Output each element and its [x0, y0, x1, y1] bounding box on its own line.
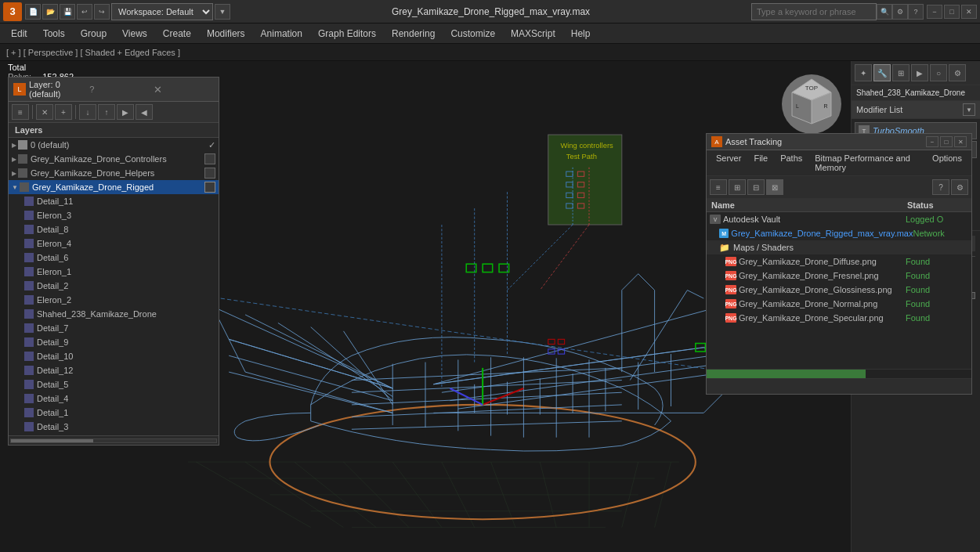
- layer-item-rigged[interactable]: ▼ Grey_Kamikaze_Drone_Rigged: [9, 180, 219, 194]
- at-row-normal[interactable]: PNG Grey_Kamikaze_Drone_Normal.png Found: [707, 297, 971, 311]
- layer-item-detail5[interactable]: Detail_5: [9, 377, 219, 391]
- close-btn[interactable]: ✕: [961, 5, 977, 19]
- modifier-list-dropdown-btn[interactable]: ▼: [963, 103, 975, 116]
- layer-add-to-layer-btn[interactable]: ◀: [136, 104, 153, 120]
- menu-group[interactable]: Group: [73, 26, 114, 41]
- new-file-btn[interactable]: 📄: [25, 4, 41, 20]
- layer-name-detail3: Detail_3: [37, 422, 215, 431]
- layer-item-default[interactable]: ▶ 0 (default) ✓: [9, 138, 219, 152]
- search-options-btn[interactable]: ⚙: [892, 4, 908, 20]
- menu-maxscript[interactable]: MAXScript: [503, 26, 563, 41]
- menu-customize[interactable]: Customize: [443, 26, 503, 41]
- layers-scrollbar-track[interactable]: [10, 438, 217, 443]
- layer-checkbox-controllers[interactable]: [204, 153, 215, 164]
- menu-tools[interactable]: Tools: [35, 26, 73, 41]
- at-row-specular[interactable]: PNG Grey_Kamikaze_Drone_Specular.png Fou…: [707, 311, 971, 325]
- layer-checkbox-helpers[interactable]: [204, 168, 215, 179]
- layer-item-detail1[interactable]: Detail_1: [9, 406, 219, 420]
- modify-mode-btn[interactable]: 🔧: [873, 64, 891, 81]
- layer-move-up-btn[interactable]: ↑: [98, 104, 115, 120]
- layer-delete-btn[interactable]: ✕: [36, 104, 53, 120]
- menu-create[interactable]: Create: [155, 26, 199, 41]
- menu-graph-editors[interactable]: Graph Editors: [310, 26, 384, 41]
- open-file-btn[interactable]: 📂: [42, 4, 58, 20]
- at-menu-file[interactable]: File: [747, 152, 774, 174]
- workspace-dropdown-btn[interactable]: ▼: [215, 4, 230, 20]
- utilities-mode-btn[interactable]: ⚙: [949, 64, 966, 81]
- layer-panel-close-btn[interactable]: ✕: [154, 84, 214, 96]
- menu-modifiers[interactable]: Modifiers: [199, 26, 253, 41]
- layer-item-helpers[interactable]: ▶ Grey_Kamikaze_Drone_Helpers: [9, 166, 219, 180]
- create-mode-btn[interactable]: ✦: [855, 64, 872, 81]
- help-btn[interactable]: ?: [908, 4, 924, 20]
- at-menu-server[interactable]: Server: [710, 152, 747, 174]
- layer-item-controllers[interactable]: ▶ Grey_Kamikaze_Drone_Controllers: [9, 152, 219, 166]
- at-close-btn[interactable]: ✕: [954, 136, 967, 147]
- menu-animation[interactable]: Animation: [253, 26, 310, 41]
- layer-item-detail11[interactable]: Detail_11: [9, 194, 219, 208]
- layer-item-eleron2[interactable]: Eleron_2: [9, 293, 219, 307]
- layer-item-detail10[interactable]: Detail_10: [9, 349, 219, 363]
- at-settings-btn[interactable]: ⚙: [951, 179, 968, 195]
- layer-add-btn[interactable]: +: [55, 104, 72, 120]
- save-file-btn[interactable]: 💾: [60, 4, 75, 20]
- maximize-btn[interactable]: □: [944, 5, 960, 19]
- layers-list[interactable]: ▶ 0 (default) ✓ ▶ Grey_Kamikaze_Drone_Co…: [9, 138, 219, 435]
- at-row-fresnel[interactable]: PNG Grey_Kamikaze_Drone_Fresnel.png Foun…: [707, 269, 971, 283]
- layer-item-shahed[interactable]: Shahed_238_Kamikaze_Drone: [9, 307, 219, 321]
- layer-move-down-btn[interactable]: ↓: [79, 104, 96, 120]
- at-rows[interactable]: V Autodesk Vault Logged O M Grey_Kamikaz…: [707, 212, 971, 369]
- at-folder-icon: 📁: [719, 243, 730, 253]
- at-detail-view-btn[interactable]: ⊞: [729, 179, 746, 195]
- navigation-cube[interactable]: TOP R L: [780, 73, 843, 135]
- layers-scrollbar-thumb[interactable]: [11, 439, 93, 442]
- layer-checkbox-rigged[interactable]: [204, 182, 215, 193]
- at-row-max-file[interactable]: M Grey_Kamikaze_Drone_Rigged_max_vray.ma…: [707, 226, 971, 240]
- menu-edit[interactable]: Edit: [3, 26, 35, 41]
- layer-item-detail2[interactable]: Detail_2: [9, 279, 219, 293]
- at-row-glossiness[interactable]: PNG Grey_Kamikaze_Drone_Glossiness.png F…: [707, 283, 971, 297]
- layer-item-detail6[interactable]: Detail_6: [9, 251, 219, 265]
- at-menu-paths[interactable]: Paths: [774, 152, 808, 174]
- menu-help[interactable]: Help: [563, 26, 598, 41]
- layer-item-detail8[interactable]: Detail_8: [9, 222, 219, 236]
- menu-rendering[interactable]: Rendering: [384, 26, 443, 41]
- layer-item-detail12[interactable]: Detail_12: [9, 363, 219, 377]
- search-input[interactable]: [751, 3, 877, 20]
- at-help-btn[interactable]: ?: [932, 179, 949, 195]
- layer-name-eleron2: Eleron_2: [37, 295, 215, 305]
- motion-mode-btn[interactable]: ▶: [911, 64, 928, 81]
- undo-btn[interactable]: ↩: [77, 4, 92, 20]
- minimize-btn[interactable]: −: [927, 5, 942, 19]
- layer-item-detail3[interactable]: Detail_3: [9, 420, 219, 434]
- layer-item-detail4[interactable]: Detail_4: [9, 391, 219, 406]
- layer-name-eleron1: Eleron_1: [37, 267, 215, 276]
- search-btn[interactable]: 🔍: [877, 4, 892, 20]
- at-maximize-btn[interactable]: □: [940, 136, 953, 147]
- at-row-diffuse[interactable]: PNG Grey_Kamikaze_Drone_Diffuse.png Foun…: [707, 254, 971, 269]
- at-menu-options[interactable]: Options: [926, 152, 968, 174]
- layer-menu-btn[interactable]: ≡: [12, 104, 29, 120]
- menu-views[interactable]: Views: [114, 26, 155, 41]
- layer-item-detail7[interactable]: Detail_7: [9, 321, 219, 335]
- at-list-view-btn[interactable]: ≡: [710, 179, 727, 195]
- layer-item-eleron1[interactable]: Eleron_1: [9, 265, 219, 279]
- layers-scrollbar[interactable]: [9, 435, 219, 445]
- layer-icon-detail6: [24, 253, 34, 262]
- at-minimize-btn[interactable]: −: [926, 136, 938, 147]
- layer-item-eleron4[interactable]: Eleron_4: [9, 236, 219, 251]
- redo-btn[interactable]: ↪: [94, 4, 110, 20]
- workspace-select[interactable]: Workspace: Default: [111, 3, 213, 20]
- at-table-view-btn[interactable]: ⊠: [766, 179, 783, 195]
- at-icon-view-btn[interactable]: ⊟: [747, 179, 765, 195]
- at-row-vault[interactable]: V Autodesk Vault Logged O: [707, 212, 971, 226]
- svg-line-26: [458, 372, 729, 409]
- display-mode-btn[interactable]: ○: [930, 64, 947, 81]
- at-row-maps-shaders[interactable]: 📁 Maps / Shaders: [707, 240, 971, 254]
- layer-item-eleron3[interactable]: Eleron_3: [9, 208, 219, 222]
- layer-panel-help-btn[interactable]: ?: [89, 85, 150, 94]
- layer-item-detail9[interactable]: Detail_9: [9, 335, 219, 349]
- hierarchy-mode-btn[interactable]: ⊞: [892, 64, 909, 81]
- at-menu-bitmap[interactable]: Bitmap Performance and Memory: [808, 152, 926, 174]
- layer-select-objs-btn[interactable]: ▶: [117, 104, 134, 120]
